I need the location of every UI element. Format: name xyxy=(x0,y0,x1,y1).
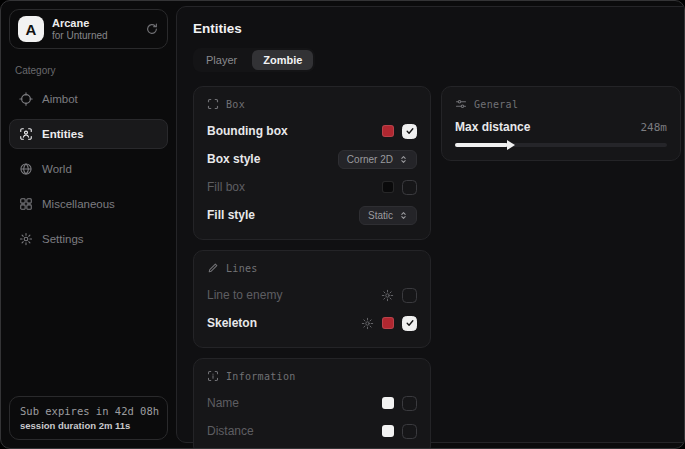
sidebar-item-label: Settings xyxy=(42,233,84,245)
subscription-expiry: Sub expires in 42d 08h xyxy=(20,405,157,417)
lines-card-header: Lines xyxy=(207,262,417,274)
line-to-enemy-checkbox[interactable] xyxy=(402,288,417,303)
general-card-header: General xyxy=(455,98,667,110)
box-style-value: Corner 2D xyxy=(347,154,393,165)
distance-label: Distance xyxy=(207,424,254,438)
unfold-icon xyxy=(399,211,408,220)
general-card-title: General xyxy=(474,99,518,110)
sidebar-item-settings[interactable]: Settings xyxy=(9,224,168,254)
slider-fill xyxy=(455,143,508,147)
sidebar-item-miscellaneous[interactable]: Miscellaneous xyxy=(9,189,168,219)
fill-box-checkbox[interactable] xyxy=(402,180,417,195)
sidebar: A Arcane for Unturned Category Aimbot En… xyxy=(1,1,176,448)
gear-icon xyxy=(19,232,33,246)
fill-style-row: Fill style Static xyxy=(207,204,417,226)
globe-icon xyxy=(19,162,33,176)
line-to-enemy-label: Line to enemy xyxy=(207,288,282,302)
sidebar-item-label: Aimbot xyxy=(42,93,78,105)
fill-style-value: Static xyxy=(368,210,393,221)
sidebar-item-label: World xyxy=(42,163,72,175)
skeleton-gear-icon[interactable] xyxy=(361,317,374,330)
fill-box-label: Fill box xyxy=(207,180,245,194)
distance-color-swatch[interactable] xyxy=(382,425,394,437)
max-distance-slider[interactable] xyxy=(455,143,667,147)
max-distance-label: Max distance xyxy=(455,120,530,134)
category-label: Category xyxy=(15,65,162,76)
box-style-row: Box style Corner 2D xyxy=(207,148,417,170)
sliders-icon xyxy=(455,98,467,110)
skeleton-row: Skeleton xyxy=(207,312,417,334)
slider-thumb[interactable] xyxy=(507,140,515,150)
bounding-box-checkbox[interactable] xyxy=(402,124,417,139)
name-row: Name xyxy=(207,392,417,414)
fill-style-dropdown[interactable]: Static xyxy=(359,206,417,225)
box-corners-icon xyxy=(207,98,219,110)
content-columns: Box Bounding box Box style xyxy=(193,86,681,449)
sidebar-item-entities[interactable]: Entities xyxy=(9,119,168,149)
grid-icon xyxy=(19,197,33,211)
app-logo: A xyxy=(18,16,44,42)
person-scan-icon xyxy=(19,127,33,141)
fill-box-row: Fill box xyxy=(207,176,417,198)
name-checkbox[interactable] xyxy=(402,396,417,411)
sidebar-item-world[interactable]: World xyxy=(9,154,168,184)
distance-row: Distance xyxy=(207,420,417,442)
information-card-title: Information xyxy=(226,371,296,382)
app-window: A Arcane for Unturned Category Aimbot En… xyxy=(0,0,685,449)
lines-card-title: Lines xyxy=(226,263,258,274)
skeleton-label: Skeleton xyxy=(207,316,257,330)
skeleton-checkbox[interactable] xyxy=(402,316,417,331)
subscription-box: Sub expires in 42d 08h session duration … xyxy=(9,396,168,440)
app-subtitle: for Unturned xyxy=(52,30,137,42)
box-card-title: Box xyxy=(226,99,245,110)
app-name: Arcane xyxy=(52,17,137,30)
info-scan-icon xyxy=(207,370,219,382)
left-column: Box Bounding box Box style xyxy=(193,86,431,449)
skeleton-color-swatch[interactable] xyxy=(382,317,394,329)
box-style-dropdown[interactable]: Corner 2D xyxy=(338,150,417,169)
entity-tabs: Player Zombie xyxy=(193,48,315,72)
page-title: Entities xyxy=(193,21,681,36)
bounding-box-label: Bounding box xyxy=(207,124,288,138)
name-label: Name xyxy=(207,396,239,410)
sidebar-item-aimbot[interactable]: Aimbot xyxy=(9,84,168,114)
right-column: General Max distance 248m xyxy=(441,86,681,161)
pencil-line-icon xyxy=(207,262,219,274)
line-to-enemy-gear-icon[interactable] xyxy=(381,289,394,302)
app-header-card: A Arcane for Unturned xyxy=(9,9,168,49)
fill-style-label: Fill style xyxy=(207,208,255,222)
refresh-icon[interactable] xyxy=(145,22,159,36)
max-distance-row: Max distance 248m xyxy=(455,120,667,134)
box-style-label: Box style xyxy=(207,152,260,166)
bounding-box-row: Bounding box xyxy=(207,120,417,142)
box-card-header: Box xyxy=(207,98,417,110)
unfold-icon xyxy=(399,155,408,164)
max-distance-value: 248m xyxy=(641,121,668,134)
session-duration: session duration 2m 11s xyxy=(20,420,157,431)
name-color-swatch[interactable] xyxy=(382,397,394,409)
information-card-header: Information xyxy=(207,370,417,382)
lines-card: Lines Line to enemy xyxy=(193,250,431,348)
main-panel: Entities Player Zombie Box Bounding bo xyxy=(176,6,685,443)
information-card: Information Name Distance xyxy=(193,358,431,449)
distance-checkbox[interactable] xyxy=(402,424,417,439)
bounding-box-color-swatch[interactable] xyxy=(382,125,394,137)
tab-zombie[interactable]: Zombie xyxy=(252,50,313,70)
sidebar-spacer xyxy=(9,259,168,396)
box-card: Box Bounding box Box style xyxy=(193,86,431,240)
app-title-block: Arcane for Unturned xyxy=(52,17,137,41)
sidebar-item-label: Entities xyxy=(42,128,84,140)
line-to-enemy-row: Line to enemy xyxy=(207,284,417,306)
sidebar-item-label: Miscellaneous xyxy=(42,198,115,210)
tab-player[interactable]: Player xyxy=(195,50,248,70)
crosshair-icon xyxy=(19,92,33,106)
general-card: General Max distance 248m xyxy=(441,86,681,161)
fill-box-color-swatch[interactable] xyxy=(382,181,394,193)
